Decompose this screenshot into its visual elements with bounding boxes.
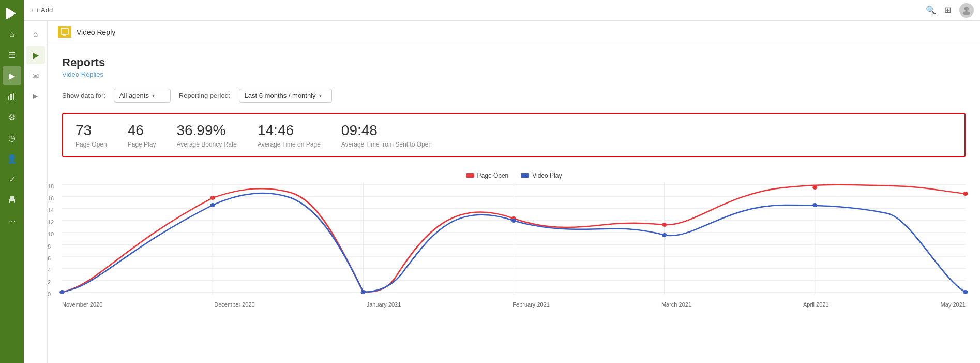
svg-marker-0 — [8, 8, 16, 19]
agents-filter[interactable]: All agents ▾ — [114, 89, 171, 103]
svg-point-34 — [963, 192, 968, 196]
chart-container: Page Open Video Play — [62, 172, 966, 307]
sec-video-icon[interactable]: ► — [26, 87, 45, 106]
svg-point-32 — [662, 223, 667, 227]
legend-label: Page Open — [477, 172, 509, 179]
stat-label: Average Time on Page — [258, 141, 321, 148]
main-sidebar: ⌂ ☰ ▶ ⚙ ◷ 👤 ✓ ⋯ — [0, 0, 24, 363]
topbar-right: 🔍 ⊞ — [926, 3, 974, 18]
sec-mail-icon[interactable]: ✉ — [26, 66, 45, 85]
svg-point-9 — [963, 11, 970, 15]
x-label: November 2020 — [62, 301, 102, 308]
stat-item: 36.99% Average Bouncy Rate — [176, 122, 237, 148]
avatar[interactable] — [959, 3, 974, 18]
svg-rect-1 — [6, 8, 8, 19]
add-button[interactable]: + + Add — [30, 6, 53, 14]
period-chevron-icon: ▾ — [319, 93, 322, 98]
svg-rect-6 — [10, 196, 14, 199]
chart-legend: Page Open Video Play — [62, 172, 966, 179]
page-header-icon — [58, 26, 71, 38]
search-icon[interactable]: 🔍 — [926, 5, 936, 15]
secondary-sidebar: ⌂ ▶ ✉ ► — [24, 21, 48, 363]
grid-icon[interactable]: ⊞ — [944, 5, 951, 15]
chart-area: 0 2 4 6 8 10 12 14 16 18 November 2 — [62, 183, 966, 308]
right-panel: Video Reply Reports Video Replies Show d… — [48, 21, 980, 363]
sidebar-item-person[interactable]: 👤 — [3, 149, 21, 168]
legend-color — [466, 173, 474, 178]
stat-value: 36.99% — [176, 122, 237, 139]
svg-point-41 — [963, 290, 968, 294]
svg-point-8 — [964, 7, 969, 11]
sec-play-icon[interactable]: ▶ — [26, 46, 45, 64]
main-container: + + Add 🔍 ⊞ ⌂ ▶ ✉ ► Video Reply — [24, 0, 980, 363]
stat-item: 14:46 Average Time on Page — [258, 122, 321, 148]
show-data-label: Show data for: — [62, 92, 105, 99]
svg-point-40 — [812, 203, 817, 207]
svg-point-38 — [511, 219, 516, 223]
content-area: ⌂ ▶ ✉ ► Video Reply Reports Video Replie… — [24, 21, 980, 363]
svg-rect-2 — [8, 96, 9, 100]
svg-rect-10 — [61, 28, 68, 34]
agents-chevron-icon: ▾ — [152, 93, 155, 98]
svg-point-39 — [662, 233, 667, 237]
stat-label: Average Bouncy Rate — [176, 141, 237, 148]
plus-icon: + — [30, 6, 34, 14]
sidebar-item-time[interactable]: ◷ — [3, 128, 21, 147]
legend-item: Video Play — [521, 172, 562, 179]
period-value: Last 6 months / monthly — [245, 92, 316, 99]
sidebar-item-print[interactable] — [3, 191, 21, 209]
svg-point-37 — [361, 290, 366, 294]
svg-point-36 — [210, 203, 215, 207]
sidebar-item-check[interactable]: ✓ — [3, 170, 21, 188]
x-label: March 2021 — [661, 301, 691, 308]
reports-title: Reports — [62, 56, 966, 69]
legend-item: Page Open — [466, 172, 509, 179]
stats-box: 73 Page Open 46 Page Play 36.99% Average… — [62, 113, 966, 157]
stat-item: 73 Page Open — [76, 122, 107, 148]
reports-subtitle[interactable]: Video Replies — [62, 70, 966, 78]
stat-label: Average Time from Sent to Open — [341, 141, 432, 148]
reporting-label: Reporting period: — [179, 92, 231, 99]
stat-value: 14:46 — [258, 122, 321, 139]
sidebar-item-list[interactable]: ☰ — [3, 46, 21, 64]
filters-row: Show data for: All agents ▾ Reporting pe… — [62, 89, 966, 103]
svg-point-33 — [812, 185, 817, 190]
svg-rect-4 — [13, 93, 14, 100]
agents-value: All agents — [119, 92, 149, 99]
x-axis: November 2020December 2020January 2021Fe… — [62, 301, 966, 308]
stat-label: Page Open — [76, 141, 107, 148]
stat-item: 46 Page Play — [128, 122, 156, 148]
page-header-title: Video Reply — [77, 28, 115, 36]
x-label: January 2021 — [367, 301, 401, 308]
main-content: Reports Video Replies Show data for: All… — [48, 43, 980, 363]
stat-value: 09:48 — [341, 122, 432, 139]
sidebar-item-settings[interactable]: ⚙ — [3, 108, 21, 126]
page-header: Video Reply — [48, 21, 980, 43]
sec-home-icon[interactable]: ⌂ — [26, 25, 45, 43]
svg-point-35 — [59, 290, 64, 294]
sidebar-item-chart[interactable] — [3, 87, 21, 106]
stat-item: 09:48 Average Time from Sent to Open — [341, 122, 432, 148]
x-label: December 2020 — [214, 301, 254, 308]
period-filter[interactable]: Last 6 months / monthly ▾ — [239, 89, 332, 103]
app-logo[interactable] — [3, 4, 21, 23]
svg-rect-3 — [10, 94, 12, 100]
sidebar-item-home[interactable]: ⌂ — [3, 25, 21, 43]
stat-label: Page Play — [128, 141, 156, 148]
x-label: May 2021 — [941, 301, 966, 308]
stat-value: 46 — [128, 122, 156, 139]
sidebar-item-video[interactable]: ▶ — [3, 66, 21, 85]
x-label: February 2021 — [512, 301, 550, 308]
svg-point-29 — [210, 196, 215, 200]
sidebar-item-dots[interactable]: ⋯ — [3, 211, 21, 230]
legend-color — [521, 173, 529, 178]
x-label: April 2021 — [803, 301, 829, 308]
add-label: + Add — [36, 6, 53, 14]
y-axis: 0 2 4 6 8 10 12 14 16 18 — [48, 183, 54, 297]
topbar: + + Add 🔍 ⊞ — [24, 0, 980, 21]
svg-rect-7 — [10, 201, 14, 203]
stat-value: 73 — [76, 122, 107, 139]
legend-label: Video Play — [532, 172, 562, 179]
